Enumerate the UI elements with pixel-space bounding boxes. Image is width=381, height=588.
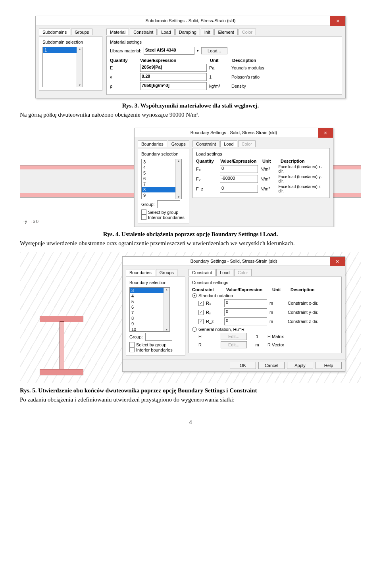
col-value: Value/Expression — [140, 58, 208, 63]
value-E[interactable]: 205e9[Pa] — [140, 64, 207, 72]
desc-Rz: Constraint z-dir. — [288, 319, 318, 324]
constraint-settings-label: Constraint settings — [192, 280, 338, 285]
group-label: Group: — [141, 202, 155, 207]
ibeam-model — [40, 316, 83, 375]
col-desc: Description — [281, 159, 305, 163]
unit-Rz: m — [269, 319, 285, 324]
tab-load[interactable]: Load — [220, 140, 237, 147]
desc-Fz: Face load (force/area) z-dir. — [279, 184, 327, 193]
desc-Rx: Constraint x-dir. — [288, 301, 318, 306]
boundary-selection-label: Boundary selection — [141, 152, 186, 156]
library-material-select[interactable]: Steel AISI 4340 — [144, 47, 194, 55]
unit-Rx: m — [269, 301, 285, 306]
load-button[interactable]: Load... — [201, 47, 227, 54]
value-nu[interactable]: 0.28 — [140, 73, 207, 81]
tab-groups[interactable]: Groups — [71, 29, 92, 35]
tab-boundaries[interactable]: Boundaries — [138, 140, 167, 147]
subdomain-selection-label: Subdomain selection — [42, 40, 99, 44]
R-edit-button[interactable]: Edit... — [221, 341, 247, 348]
figure-3-caption: Rys. 3. Współczynniki materiałowe dla st… — [20, 102, 361, 109]
Rz-checkbox[interactable]: ✓ — [198, 319, 204, 324]
H-edit-button[interactable]: Edit... — [221, 333, 247, 340]
desc-rho: Density — [231, 84, 246, 88]
value-Fx[interactable]: 0 — [220, 165, 258, 173]
scrollbar[interactable] — [77, 47, 83, 87]
select-by-group-checkbox[interactable]: Select by group — [141, 209, 186, 215]
tab-groups[interactable]: Groups — [168, 140, 189, 147]
general-notation-radio[interactable]: General notation, Hu=R — [192, 327, 338, 332]
unit-Ry: m — [269, 310, 285, 315]
axes-icon: ↑y →x 0 — [23, 219, 38, 224]
boundary-listbox[interactable]: 3 4 5 6 7 8 9 10 11 — [129, 287, 170, 332]
value-Fz[interactable]: 0 — [220, 185, 258, 193]
subdomain-listbox[interactable]: 1 — [42, 47, 83, 87]
col-quantity: Quantity — [196, 159, 218, 163]
dialog-title: Boundary Settings - Solid, Stress-Strain… — [190, 130, 277, 135]
Ry-checkbox[interactable]: ✓ — [198, 310, 204, 315]
tab-boundaries[interactable]: Boundaries — [126, 269, 155, 276]
tab-init[interactable]: Init — [201, 29, 214, 35]
figure-3: Subdomain Settings - Solid, Stress-Strai… — [20, 16, 361, 98]
interior-boundaries-checkbox[interactable]: Interior boundaries — [129, 347, 182, 352]
tab-element[interactable]: Element — [214, 29, 237, 35]
group-select[interactable] — [145, 333, 172, 341]
value-Ry[interactable]: 0 — [224, 308, 267, 316]
tab-load[interactable]: Load — [158, 29, 174, 35]
tab-color[interactable]: Color — [234, 269, 252, 276]
unit-nu: 1 — [209, 75, 229, 79]
interior-boundaries-checkbox[interactable]: Interior boundaries — [141, 215, 186, 220]
value-Rx[interactable]: 0 — [224, 299, 267, 307]
ok-button[interactable]: OK — [230, 362, 256, 369]
quantity-rho: ρ — [110, 84, 138, 88]
desc-nu: Poisson's ratio — [231, 75, 260, 79]
value-Fy[interactable]: -90000 — [220, 175, 258, 183]
value-Rz[interactable]: 0 — [224, 317, 267, 325]
apply-button[interactable]: Apply — [287, 362, 313, 369]
R-desc: R Vector — [267, 342, 284, 347]
tab-material[interactable]: Material — [106, 29, 129, 35]
scrollbar[interactable] — [175, 159, 181, 199]
dialog-titlebar: Boundary Settings - Solid, Stress-Strain… — [123, 257, 345, 266]
value-rho[interactable]: 7850[kg/m^3] — [140, 82, 207, 90]
tab-damping[interactable]: Damping — [175, 29, 200, 35]
close-icon[interactable]: × — [330, 16, 345, 26]
figure-4-caption: Rys. 4. Ustalenie obciążenia poprzez opc… — [20, 231, 361, 238]
tab-load[interactable]: Load — [216, 269, 233, 276]
close-icon[interactable]: × — [318, 128, 333, 138]
tab-constraint[interactable]: Constraint — [192, 140, 219, 147]
col-constraint: Constraint — [192, 287, 224, 292]
col-unit: Unit — [262, 159, 278, 163]
help-button[interactable]: Help — [316, 362, 342, 369]
figure-3-text: Na górną półkę dwuteownika nałożono obci… — [20, 111, 361, 118]
standard-notation-radio[interactable]: Standard notation — [192, 293, 338, 298]
R-label: R — [198, 342, 218, 347]
unit-rho: kg/m³ — [209, 84, 229, 88]
cancel-button[interactable]: Cancel — [258, 362, 285, 369]
select-by-group-checkbox[interactable]: Select by group — [129, 342, 182, 347]
group-select[interactable] — [157, 200, 180, 208]
quantity-Fy: Fᵧ — [196, 177, 217, 182]
tab-color[interactable]: Color — [239, 29, 256, 35]
col-unit: Unit — [210, 58, 230, 63]
quantity-Rx: Rₓ — [206, 301, 222, 306]
tab-constraint[interactable]: Constraint — [189, 269, 216, 276]
figure-4: ↑y →x 0 Boundary Settings - Solid, Stres… — [20, 124, 361, 227]
quantity-Ry: Rᵧ — [206, 310, 222, 315]
figure-4-text: Występuje utwierdzenie obustronne oraz o… — [20, 240, 361, 247]
tab-color[interactable]: Color — [238, 140, 256, 147]
unit-Fy: N/m² — [260, 177, 276, 181]
tab-constraint[interactable]: Constraint — [130, 29, 157, 35]
unit-Fz: N/m² — [260, 186, 276, 191]
quantity-nu: ν — [110, 75, 138, 79]
col-desc: Description — [291, 287, 315, 292]
dialog-title: Subdomain Settings - Solid, Stress-Strai… — [146, 18, 236, 23]
Rx-checkbox[interactable]: ✓ — [198, 301, 204, 306]
boundary-listbox[interactable]: 3 4 5 6 7 8 9 10 11 — [141, 159, 182, 199]
close-icon[interactable]: × — [330, 257, 345, 266]
load-settings-label: Load settings — [196, 152, 326, 156]
boundary-settings-constraint-dialog: Boundary Settings - Solid, Stress-Strain… — [122, 256, 345, 372]
scrollbar[interactable] — [164, 288, 169, 331]
material-settings-label: Material settings — [110, 40, 339, 44]
tab-groups[interactable]: Groups — [156, 269, 177, 276]
tab-subdomains[interactable]: Subdomains — [39, 29, 70, 35]
